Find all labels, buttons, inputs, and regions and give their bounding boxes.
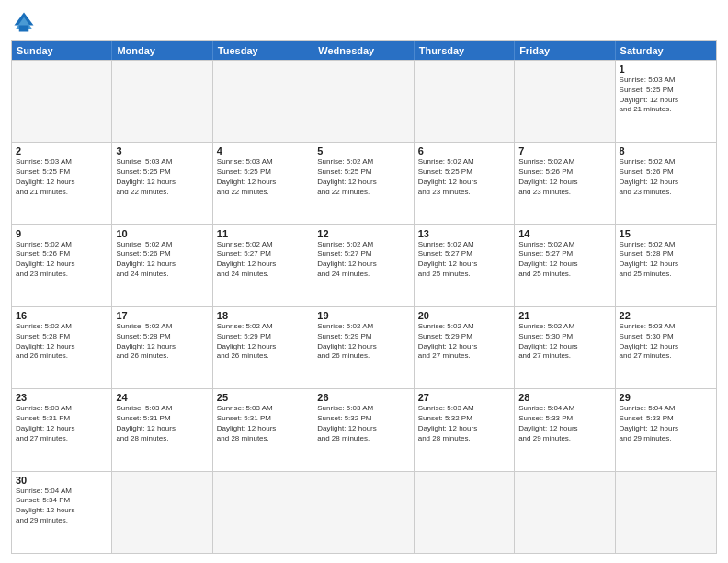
calendar-cell: 27Sunrise: 5:03 AM Sunset: 5:32 PM Dayli… bbox=[415, 389, 515, 470]
day-info: Sunrise: 5:03 AM Sunset: 5:25 PM Dayligh… bbox=[620, 75, 712, 115]
day-number: 21 bbox=[518, 310, 610, 321]
day-info: Sunrise: 5:02 AM Sunset: 5:26 PM Dayligh… bbox=[116, 240, 208, 280]
day-info: Sunrise: 5:02 AM Sunset: 5:29 PM Dayligh… bbox=[317, 322, 409, 362]
day-number: 2 bbox=[16, 145, 108, 156]
day-info: Sunrise: 5:02 AM Sunset: 5:28 PM Dayligh… bbox=[620, 240, 712, 280]
calendar-cell: 17Sunrise: 5:02 AM Sunset: 5:28 PM Dayli… bbox=[112, 307, 212, 388]
day-info: Sunrise: 5:02 AM Sunset: 5:30 PM Dayligh… bbox=[518, 322, 610, 362]
day-info: Sunrise: 5:03 AM Sunset: 5:31 PM Dayligh… bbox=[16, 404, 108, 443]
calendar-cell: 20Sunrise: 5:02 AM Sunset: 5:29 PM Dayli… bbox=[415, 307, 515, 388]
day-number: 26 bbox=[317, 392, 409, 403]
day-info: Sunrise: 5:03 AM Sunset: 5:31 PM Dayligh… bbox=[116, 404, 208, 443]
day-number: 5 bbox=[317, 145, 409, 156]
day-number: 14 bbox=[518, 228, 610, 239]
calendar-cell: 11Sunrise: 5:02 AM Sunset: 5:27 PM Dayli… bbox=[213, 225, 313, 306]
day-number: 4 bbox=[217, 145, 309, 156]
day-number: 27 bbox=[418, 392, 510, 403]
day-number: 16 bbox=[16, 310, 108, 321]
day-number: 9 bbox=[16, 228, 108, 239]
calendar-cell: 6Sunrise: 5:02 AM Sunset: 5:25 PM Daylig… bbox=[415, 143, 515, 224]
calendar-row: 1Sunrise: 5:03 AM Sunset: 5:25 PM Daylig… bbox=[12, 60, 716, 142]
calendar-cell: 4Sunrise: 5:03 AM Sunset: 5:25 PM Daylig… bbox=[213, 143, 313, 224]
calendar-cell: 10Sunrise: 5:02 AM Sunset: 5:26 PM Dayli… bbox=[112, 225, 212, 306]
day-number: 10 bbox=[116, 228, 208, 239]
calendar: SundayMondayTuesdayWednesdayThursdayFrid… bbox=[11, 40, 717, 554]
weekday-header: Saturday bbox=[616, 41, 716, 60]
calendar-row: 30Sunrise: 5:04 AM Sunset: 5:34 PM Dayli… bbox=[12, 471, 716, 553]
calendar-body: 1Sunrise: 5:03 AM Sunset: 5:25 PM Daylig… bbox=[12, 60, 716, 553]
calendar-header: SundayMondayTuesdayWednesdayThursdayFrid… bbox=[12, 41, 716, 60]
day-number: 20 bbox=[418, 310, 510, 321]
calendar-cell bbox=[112, 61, 212, 142]
calendar-cell bbox=[112, 472, 212, 553]
day-number: 12 bbox=[317, 228, 409, 239]
day-number: 17 bbox=[116, 310, 208, 321]
day-info: Sunrise: 5:02 AM Sunset: 5:28 PM Dayligh… bbox=[16, 322, 108, 362]
day-number: 13 bbox=[418, 228, 510, 239]
day-info: Sunrise: 5:02 AM Sunset: 5:27 PM Dayligh… bbox=[418, 240, 510, 280]
calendar-row: 2Sunrise: 5:03 AM Sunset: 5:25 PM Daylig… bbox=[12, 142, 716, 224]
day-info: Sunrise: 5:03 AM Sunset: 5:25 PM Dayligh… bbox=[217, 157, 309, 197]
day-number: 8 bbox=[620, 145, 712, 156]
day-info: Sunrise: 5:02 AM Sunset: 5:26 PM Dayligh… bbox=[16, 240, 108, 280]
day-number: 22 bbox=[620, 310, 712, 321]
day-number: 30 bbox=[16, 475, 108, 486]
calendar-cell: 30Sunrise: 5:04 AM Sunset: 5:34 PM Dayli… bbox=[12, 472, 112, 553]
day-number: 3 bbox=[116, 145, 208, 156]
weekday-header: Monday bbox=[112, 41, 212, 60]
day-info: Sunrise: 5:02 AM Sunset: 5:25 PM Dayligh… bbox=[317, 157, 409, 197]
calendar-cell bbox=[313, 472, 414, 553]
calendar-cell: 14Sunrise: 5:02 AM Sunset: 5:27 PM Dayli… bbox=[515, 225, 615, 306]
calendar-cell: 29Sunrise: 5:04 AM Sunset: 5:33 PM Dayli… bbox=[616, 389, 716, 470]
logo-icon bbox=[11, 9, 37, 35]
day-info: Sunrise: 5:02 AM Sunset: 5:26 PM Dayligh… bbox=[620, 157, 712, 197]
calendar-cell: 8Sunrise: 5:02 AM Sunset: 5:26 PM Daylig… bbox=[616, 143, 716, 224]
calendar-cell bbox=[515, 61, 615, 142]
page: SundayMondayTuesdayWednesdayThursdayFrid… bbox=[0, 0, 728, 563]
day-number: 11 bbox=[217, 228, 309, 239]
calendar-cell: 21Sunrise: 5:02 AM Sunset: 5:30 PM Dayli… bbox=[515, 307, 615, 388]
day-info: Sunrise: 5:02 AM Sunset: 5:27 PM Dayligh… bbox=[217, 240, 309, 280]
day-number: 28 bbox=[518, 392, 610, 403]
header bbox=[11, 9, 717, 35]
calendar-cell: 22Sunrise: 5:03 AM Sunset: 5:30 PM Dayli… bbox=[616, 307, 716, 388]
day-number: 6 bbox=[418, 145, 510, 156]
day-info: Sunrise: 5:04 AM Sunset: 5:34 PM Dayligh… bbox=[16, 487, 108, 526]
day-info: Sunrise: 5:03 AM Sunset: 5:31 PM Dayligh… bbox=[217, 404, 309, 443]
day-info: Sunrise: 5:03 AM Sunset: 5:25 PM Dayligh… bbox=[16, 157, 108, 197]
weekday-header: Friday bbox=[515, 41, 615, 60]
day-info: Sunrise: 5:02 AM Sunset: 5:27 PM Dayligh… bbox=[518, 240, 610, 280]
calendar-cell bbox=[415, 472, 515, 553]
calendar-cell: 3Sunrise: 5:03 AM Sunset: 5:25 PM Daylig… bbox=[112, 143, 212, 224]
calendar-cell bbox=[616, 472, 716, 553]
calendar-cell: 9Sunrise: 5:02 AM Sunset: 5:26 PM Daylig… bbox=[12, 225, 112, 306]
day-number: 24 bbox=[116, 392, 208, 403]
calendar-cell bbox=[313, 61, 414, 142]
weekday-header: Tuesday bbox=[213, 41, 313, 60]
weekday-header: Sunday bbox=[12, 41, 112, 60]
calendar-cell bbox=[213, 61, 313, 142]
day-info: Sunrise: 5:02 AM Sunset: 5:29 PM Dayligh… bbox=[217, 322, 309, 362]
calendar-cell: 13Sunrise: 5:02 AM Sunset: 5:27 PM Dayli… bbox=[415, 225, 515, 306]
calendar-cell: 1Sunrise: 5:03 AM Sunset: 5:25 PM Daylig… bbox=[616, 61, 716, 142]
calendar-cell: 23Sunrise: 5:03 AM Sunset: 5:31 PM Dayli… bbox=[12, 389, 112, 470]
calendar-cell bbox=[12, 61, 112, 142]
calendar-row: 16Sunrise: 5:02 AM Sunset: 5:28 PM Dayli… bbox=[12, 306, 716, 388]
day-info: Sunrise: 5:04 AM Sunset: 5:33 PM Dayligh… bbox=[620, 404, 712, 443]
calendar-cell: 2Sunrise: 5:03 AM Sunset: 5:25 PM Daylig… bbox=[12, 143, 112, 224]
calendar-cell: 25Sunrise: 5:03 AM Sunset: 5:31 PM Dayli… bbox=[213, 389, 313, 470]
calendar-cell: 16Sunrise: 5:02 AM Sunset: 5:28 PM Dayli… bbox=[12, 307, 112, 388]
day-info: Sunrise: 5:02 AM Sunset: 5:26 PM Dayligh… bbox=[518, 157, 610, 197]
day-info: Sunrise: 5:04 AM Sunset: 5:33 PM Dayligh… bbox=[518, 404, 610, 443]
day-number: 15 bbox=[620, 228, 712, 239]
calendar-cell: 24Sunrise: 5:03 AM Sunset: 5:31 PM Dayli… bbox=[112, 389, 212, 470]
logo bbox=[11, 9, 40, 35]
day-number: 1 bbox=[620, 63, 712, 75]
calendar-cell: 26Sunrise: 5:03 AM Sunset: 5:32 PM Dayli… bbox=[313, 389, 414, 470]
day-info: Sunrise: 5:03 AM Sunset: 5:25 PM Dayligh… bbox=[116, 157, 208, 197]
day-info: Sunrise: 5:02 AM Sunset: 5:27 PM Dayligh… bbox=[317, 240, 409, 280]
day-number: 25 bbox=[217, 392, 309, 403]
day-number: 18 bbox=[217, 310, 309, 321]
calendar-row: 9Sunrise: 5:02 AM Sunset: 5:26 PM Daylig… bbox=[12, 224, 716, 306]
calendar-cell: 12Sunrise: 5:02 AM Sunset: 5:27 PM Dayli… bbox=[313, 225, 414, 306]
